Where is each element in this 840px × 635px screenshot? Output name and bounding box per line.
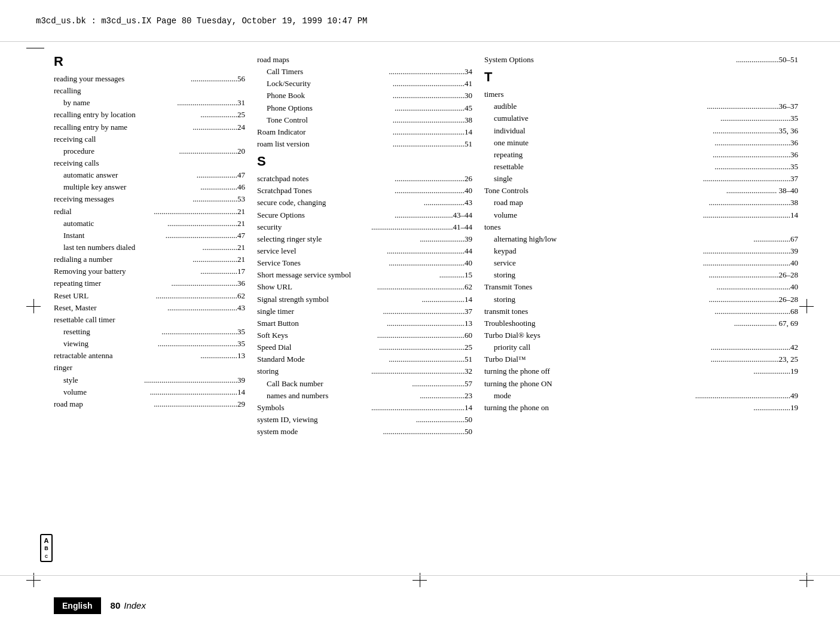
index-entry: Signal strength symbol..................… [257,294,472,306]
header-title: m3cd_us.bk : m3cd_us.IX Page 80 Tuesday,… [36,16,368,26]
index-entry: Call Timers.............................… [257,66,472,78]
entry-page: .......................................5… [389,353,472,365]
entry-label: viewing [63,338,158,350]
entry-page: ......................50–51 [736,54,798,66]
entry-label: Turbo Dial® keys [484,329,768,341]
entry-label: Tone Control [267,114,393,126]
index-entry: System Options......................50–5… [484,54,798,66]
entry-label: alternating high/low [494,233,753,245]
entry-label: storing [257,365,371,377]
entry-label: volume [63,386,150,398]
entry-label: Transmit Tones [484,281,717,293]
entry-label: receiving call [54,133,215,145]
index-entry: Show URL................................… [257,281,472,293]
index-entry: Turbo Dial™.............................… [484,353,798,365]
col3-system-entries: System Options......................50–5… [484,54,798,66]
entry-label: Call Back number [267,378,412,390]
entry-page: ........................................… [379,341,472,353]
index-entry: security................................… [257,221,472,233]
index-entry: Turbo Dial® keys [484,329,798,341]
index-entry: names and numbers.......................… [257,390,472,402]
entry-label: turning the phone on [484,402,753,414]
entry-page: .....................................41 [393,78,472,90]
entry-label: Troubleshooting [484,318,734,329]
entry-label: Lock/Security [267,78,393,90]
index-entry: road map................................… [484,197,798,209]
entry-page: ...................................23, 2… [711,353,798,365]
entry-label: last ten numbers dialed [63,242,203,254]
index-entry: priority call...........................… [484,341,798,353]
entry-label: single [494,173,703,185]
entry-page: ........................................… [711,341,798,353]
entry-page: ........................................… [703,209,798,221]
entry-page: ...........................57 [412,378,472,390]
entry-label: system mode [257,426,383,438]
hline-top [26,48,44,48]
entry-page: ........................................… [383,306,473,318]
entry-page: ........................................… [156,290,246,302]
index-entry: Phone Options...........................… [257,102,472,114]
index-entry: Troubleshooting...................... 67… [484,318,798,329]
entry-label: recalling entry by location [54,109,200,121]
index-entry: receiving call [54,133,245,145]
entry-page: .......................................6… [714,306,798,318]
index-entry: Symbols.................................… [257,402,472,414]
entry-page: ........................................… [144,374,245,386]
entry-label: Tone Controls [484,185,726,197]
entry-label: individual [494,125,713,137]
entry-label: Show URL [257,281,377,293]
entry-label: Scratchpad Tones [257,185,395,197]
index-entry: reading your messages...................… [54,73,245,85]
entry-label: Phone Options [267,102,395,114]
index-entry: Tone Control............................… [257,114,472,126]
index-entry: recalling entry by location.............… [54,109,245,121]
entry-page: .....................43 [424,197,472,209]
main-content: R reading your messages.................… [54,54,810,569]
index-entry: multiple key answer...................46 [54,181,245,193]
entry-label: priority call [494,341,711,353]
index-entry: Reset, Master...........................… [54,302,245,314]
index-entry: automatic...............................… [54,218,245,230]
entry-label: volume [494,209,703,221]
entry-label: Phone Book [267,90,393,102]
entry-page: ..............................20 [179,145,246,157]
index-entry: one minute..............................… [484,137,798,149]
index-entry: system ID, viewing......................… [257,414,472,426]
entry-label: tones [484,221,768,233]
entry-label: Short message service symbol [257,269,439,281]
index-entry: recalling entry by name.................… [54,121,245,133]
entry-page [215,314,245,326]
entry-label: roam list version [257,138,393,150]
entry-page: .....................................51 [393,138,472,150]
index-entry: mode....................................… [484,390,798,402]
entry-page: .......................24 [193,121,245,133]
entry-label: retractable antenna [54,350,200,362]
entry-label: mode [494,390,695,402]
index-entry: volume..................................… [54,386,245,398]
entry-label: reading your messages [54,73,191,85]
entry-label: scratchpad notes [257,173,395,185]
col3-t-entries: timersaudible...........................… [484,88,798,414]
entry-page: .......................................4… [389,257,472,269]
entry-label: Removing your battery [54,265,200,277]
entry-label: secure code, changing [257,197,424,209]
index-entry: selecting ringer style..................… [257,233,472,245]
column-r: R reading your messages.................… [54,54,257,569]
abc-icon-text: ABC [40,534,53,562]
entry-page [215,133,245,145]
entry-page: .......................................3… [389,66,472,78]
entry-label: resettable call timer [54,314,215,326]
entry-label: Smart Button [257,318,387,329]
abc-icon: ABC [30,532,63,564]
index-entry: volume..................................… [484,209,798,221]
entry-label: transmit tones [484,306,714,318]
index-entry: keypad..................................… [484,245,798,257]
letter-s: S [257,154,472,169]
entry-page: .....................................36–… [707,100,798,112]
index-entry: viewing.................................… [54,338,245,350]
entry-page: ........................................… [709,197,799,209]
entry-page: .........................50 [416,414,472,426]
index-entry: repeating timer.........................… [54,277,245,289]
entry-page: .....................................38 [393,114,472,126]
index-entry: turning the phone off...................… [484,365,798,377]
